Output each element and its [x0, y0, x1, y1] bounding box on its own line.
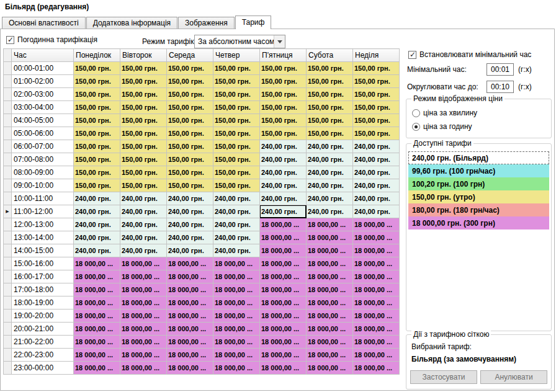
- price-cell[interactable]: 18 000,00 ...: [353, 218, 400, 231]
- price-cell[interactable]: 240,00 грн.: [260, 153, 307, 166]
- row-marker[interactable]: [4, 75, 12, 88]
- price-cell[interactable]: 240,00 грн.: [260, 179, 307, 192]
- price-cell[interactable]: 18 000,00 ...: [353, 336, 400, 349]
- price-cell[interactable]: 18 000,00 ...: [260, 362, 307, 375]
- price-cell[interactable]: 150,00 грн.: [120, 88, 167, 101]
- price-cell[interactable]: 18 000,00 ...: [213, 362, 260, 375]
- price-cell[interactable]: 240,00 грн.: [167, 205, 213, 218]
- price-cell[interactable]: 18 000,00 ...: [74, 310, 120, 323]
- price-cell[interactable]: 150,00 грн.: [213, 166, 260, 179]
- price-cell[interactable]: 150,00 грн.: [213, 179, 260, 192]
- time-cell[interactable]: 05:00-06:00: [12, 127, 74, 140]
- time-cell[interactable]: 16:00-17:00: [12, 270, 74, 283]
- price-cell[interactable]: 240,00 грн.: [167, 192, 213, 205]
- grid-column-header[interactable]: Час: [12, 49, 74, 62]
- price-cell[interactable]: 150,00 грн.: [260, 88, 307, 101]
- price-cell[interactable]: 150,00 грн.: [353, 75, 400, 88]
- price-cell[interactable]: 18 000,00 ...: [120, 257, 167, 270]
- row-marker[interactable]: [4, 62, 12, 75]
- grid-column-header[interactable]: Четвер: [213, 49, 260, 62]
- price-cell[interactable]: 150,00 грн.: [353, 127, 400, 140]
- price-cell[interactable]: 150,00 грн.: [120, 166, 167, 179]
- price-cell[interactable]: 18 000,00 ...: [353, 323, 400, 336]
- time-cell[interactable]: 07:00-08:00: [12, 153, 74, 166]
- price-cell[interactable]: 240,00 грн.: [260, 205, 307, 218]
- price-cell[interactable]: 18 000,00 ...: [353, 296, 400, 310]
- price-cell[interactable]: 18 000,00 ...: [74, 362, 120, 375]
- price-cell[interactable]: 18 000,00 ...: [260, 310, 307, 323]
- price-cell[interactable]: 150,00 грн.: [307, 127, 353, 140]
- row-marker[interactable]: [4, 244, 12, 257]
- time-cell[interactable]: 21:00-22:00: [12, 336, 74, 349]
- price-cell[interactable]: 150,00 грн.: [74, 153, 120, 166]
- tariff-item-1[interactable]: 240,00 грн. (Більярд): [408, 151, 549, 164]
- price-cell[interactable]: 18 000,00 ...: [74, 270, 120, 283]
- price-cell[interactable]: 150,00 грн.: [167, 127, 213, 140]
- time-cell[interactable]: 22:00-23:00: [12, 349, 74, 362]
- price-cell[interactable]: 18 000,00 ...: [167, 323, 213, 336]
- price-cell[interactable]: 150,00 грн.: [120, 140, 167, 153]
- row-marker[interactable]: [4, 140, 12, 153]
- time-cell[interactable]: 15:00-16:00: [12, 257, 74, 270]
- price-cell[interactable]: 18 000,00 ...: [353, 283, 400, 296]
- cancel-button[interactable]: Анулювати: [480, 370, 547, 384]
- price-cell[interactable]: 150,00 грн.: [74, 88, 120, 101]
- price-cell[interactable]: 18 000,00 ...: [167, 349, 213, 362]
- time-cell[interactable]: 23:00-00:00: [12, 362, 74, 375]
- price-cell[interactable]: 150,00 грн.: [353, 114, 400, 127]
- min-time-input[interactable]: [486, 63, 514, 76]
- price-cell[interactable]: 18 000,00 ...: [213, 270, 260, 283]
- tariff-mode-dropdown[interactable]: За абсолютним часом: [194, 35, 285, 48]
- row-marker[interactable]: [4, 179, 12, 192]
- price-cell[interactable]: 18 000,00 ...: [307, 323, 353, 336]
- row-marker[interactable]: [4, 127, 12, 140]
- grid-column-header[interactable]: Понеділок: [74, 49, 120, 62]
- price-cell[interactable]: 18 000,00 ...: [213, 296, 260, 310]
- price-cell[interactable]: 240,00 грн.: [120, 231, 167, 244]
- price-display-option-1[interactable]: ціна за хвилину: [412, 108, 551, 118]
- price-cell[interactable]: 150,00 грн.: [120, 153, 167, 166]
- price-cell[interactable]: 240,00 грн.: [260, 166, 307, 179]
- price-cell[interactable]: 18 000,00 ...: [120, 349, 167, 362]
- time-cell[interactable]: 13:00-14:00: [12, 231, 74, 244]
- row-marker[interactable]: [4, 88, 12, 101]
- price-cell[interactable]: 240,00 грн.: [353, 205, 400, 218]
- price-cell[interactable]: 150,00 грн.: [74, 140, 120, 153]
- price-cell[interactable]: 18 000,00 ...: [353, 244, 400, 257]
- grid-column-header[interactable]: П'ятниця: [260, 49, 307, 62]
- price-cell[interactable]: 150,00 грн.: [167, 101, 213, 114]
- price-cell[interactable]: 18 000,00 ...: [213, 323, 260, 336]
- price-cell[interactable]: 150,00 грн.: [353, 101, 400, 114]
- time-cell[interactable]: 10:00-11:00: [12, 192, 74, 205]
- tab-2[interactable]: Додаткова інформація: [86, 17, 177, 29]
- price-cell[interactable]: 150,00 грн.: [74, 62, 120, 75]
- price-cell[interactable]: 18 000,00 ...: [74, 257, 120, 270]
- price-cell[interactable]: 18 000,00 ...: [353, 231, 400, 244]
- price-cell[interactable]: 240,00 грн.: [167, 231, 213, 244]
- price-cell[interactable]: 240,00 грн.: [213, 244, 260, 257]
- price-cell[interactable]: 18 000,00 ...: [307, 244, 353, 257]
- price-cell[interactable]: 150,00 грн.: [213, 62, 260, 75]
- time-cell[interactable]: 02:00-03:00: [12, 88, 74, 101]
- row-marker[interactable]: [4, 349, 12, 362]
- price-cell[interactable]: 150,00 грн.: [120, 62, 167, 75]
- price-cell[interactable]: 18 000,00 ...: [74, 349, 120, 362]
- price-cell[interactable]: 240,00 грн.: [353, 140, 400, 153]
- time-cell[interactable]: 09:00-10:00: [12, 179, 74, 192]
- price-cell[interactable]: 150,00 грн.: [260, 101, 307, 114]
- price-cell[interactable]: 18 000,00 ...: [307, 362, 353, 375]
- price-cell[interactable]: 18 000,00 ...: [167, 283, 213, 296]
- chevron-down-icon[interactable]: [274, 35, 285, 48]
- tariff-item-6[interactable]: 18 000,00 грн. (300 грн): [408, 216, 549, 229]
- price-cell[interactable]: 240,00 грн.: [213, 205, 260, 218]
- tab-4[interactable]: Тариф: [235, 16, 272, 29]
- price-cell[interactable]: 240,00 грн.: [307, 179, 353, 192]
- row-marker[interactable]: [4, 283, 12, 296]
- price-cell[interactable]: 18 000,00 ...: [307, 283, 353, 296]
- price-cell[interactable]: 150,00 грн.: [213, 75, 260, 88]
- row-marker[interactable]: [4, 114, 12, 127]
- price-cell[interactable]: 150,00 грн.: [167, 62, 213, 75]
- price-cell[interactable]: 150,00 грн.: [307, 101, 353, 114]
- row-marker[interactable]: [4, 231, 12, 244]
- price-cell[interactable]: 18 000,00 ...: [120, 310, 167, 323]
